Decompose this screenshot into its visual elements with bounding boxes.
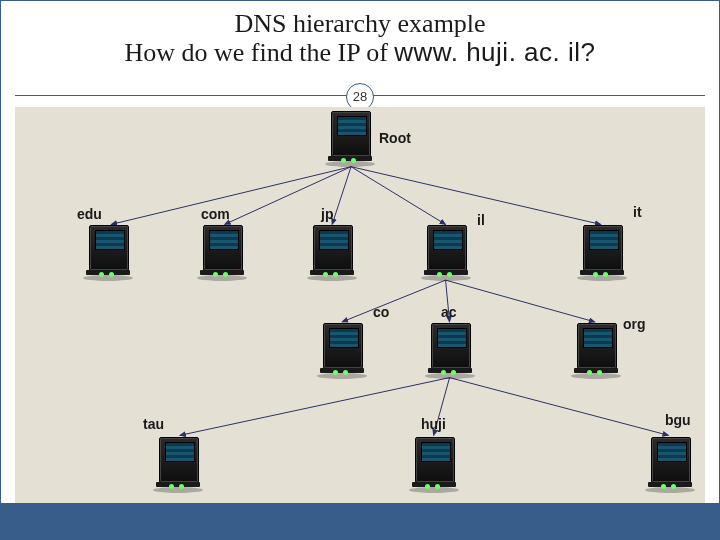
server-icon xyxy=(577,323,619,379)
label-edu: edu xyxy=(77,207,102,221)
label-co: co xyxy=(373,305,389,319)
svg-line-0 xyxy=(111,167,351,225)
server-icon xyxy=(583,225,625,281)
label-huji: huji xyxy=(421,417,446,431)
label-il: il xyxy=(477,213,485,227)
server-icon xyxy=(415,437,457,493)
svg-line-4 xyxy=(351,167,601,225)
node-il xyxy=(427,225,469,281)
diagram-canvas: Root edu com jp il it co ac org tau huji… xyxy=(15,107,705,503)
label-com: com xyxy=(201,207,230,221)
server-icon xyxy=(431,323,473,379)
node-edu xyxy=(89,225,131,281)
node-org xyxy=(577,323,619,379)
svg-line-7 xyxy=(446,280,595,322)
server-icon xyxy=(331,111,373,167)
node-root xyxy=(331,111,373,167)
server-icon xyxy=(651,437,693,493)
server-icon xyxy=(427,225,469,281)
label-org: org xyxy=(623,317,646,331)
svg-line-2 xyxy=(332,167,351,225)
slide-footer-bar xyxy=(1,503,719,539)
node-com xyxy=(203,225,245,281)
slide-title: DNS hierarchy example How do we find the… xyxy=(1,9,719,67)
node-it xyxy=(583,225,625,281)
label-jp: jp xyxy=(321,207,333,221)
label-it: it xyxy=(633,205,642,219)
node-tau xyxy=(159,437,201,493)
title-line-1: DNS hierarchy example xyxy=(1,9,719,38)
label-bgu: bgu xyxy=(665,413,691,427)
server-icon xyxy=(203,225,245,281)
title-line-2: How do we find the IP of www. huji. ac. … xyxy=(1,38,719,67)
node-jp xyxy=(313,225,355,281)
label-root: Root xyxy=(379,131,411,145)
server-icon xyxy=(159,437,201,493)
svg-line-10 xyxy=(450,378,669,436)
server-icon xyxy=(323,323,365,379)
slide: DNS hierarchy example How do we find the… xyxy=(0,0,720,540)
svg-line-5 xyxy=(342,280,445,322)
server-icon xyxy=(89,225,131,281)
server-icon xyxy=(313,225,355,281)
svg-line-8 xyxy=(180,378,450,436)
node-bgu xyxy=(651,437,693,493)
node-ac xyxy=(431,323,473,379)
node-co xyxy=(323,323,365,379)
label-tau: tau xyxy=(143,417,164,431)
label-ac: ac xyxy=(441,305,457,319)
node-huji xyxy=(415,437,457,493)
svg-line-3 xyxy=(351,167,446,225)
